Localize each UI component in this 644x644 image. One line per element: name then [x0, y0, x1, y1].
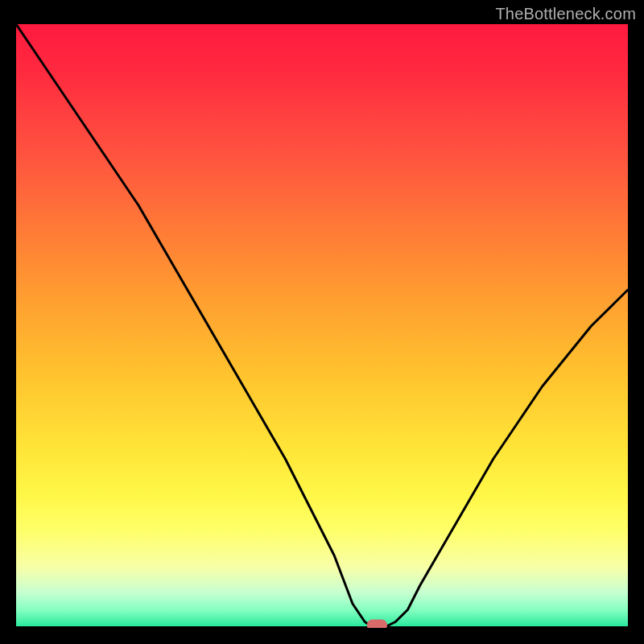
watermark-text: TheBottleneck.com	[495, 5, 636, 23]
optimal-marker	[367, 620, 386, 628]
plot-area	[16, 24, 628, 628]
plot-svg	[16, 24, 628, 628]
bottleneck-curve	[16, 24, 628, 628]
chart-frame: TheBottleneck.com	[0, 0, 644, 644]
